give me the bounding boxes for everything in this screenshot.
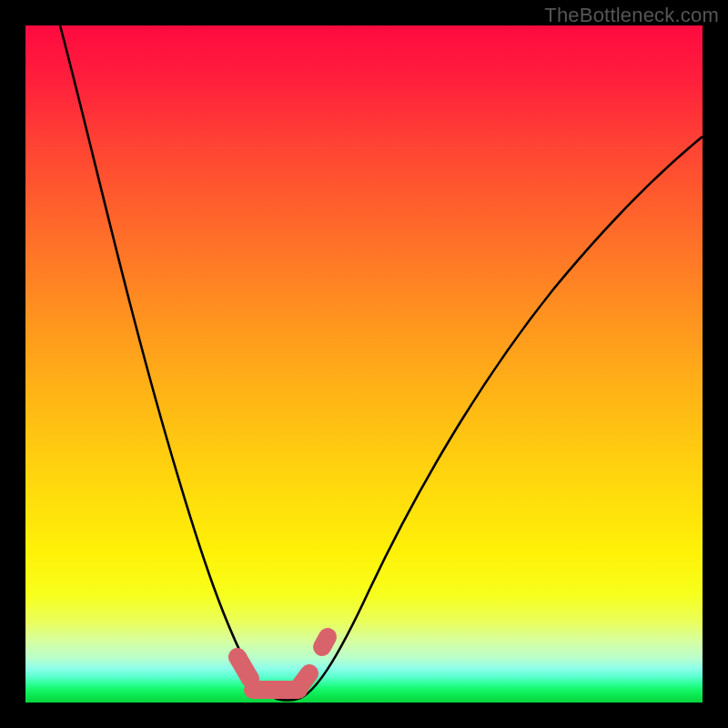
chart-frame: TheBottleneck.com (0, 0, 728, 728)
curve-layer (25, 25, 703, 703)
min-marker-dot (322, 637, 328, 647)
plot-area (25, 25, 703, 703)
min-marker-seg-right1 (298, 673, 309, 688)
min-marker-seg-left (238, 657, 250, 679)
min-marker-group (238, 637, 328, 690)
bottleneck-curve (60, 25, 703, 700)
watermark-text: TheBottleneck.com (544, 4, 719, 27)
